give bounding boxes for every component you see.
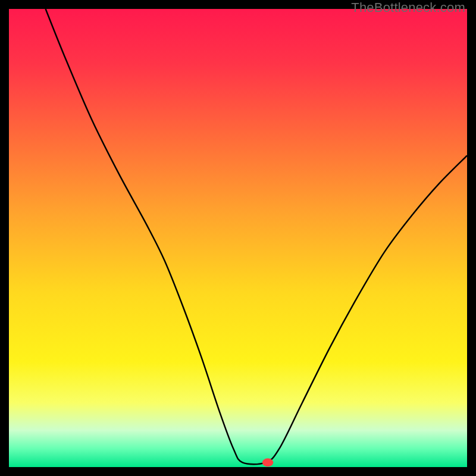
chart-frame (9, 9, 467, 467)
bottleneck-chart (9, 9, 467, 467)
minimum-marker (262, 458, 273, 466)
chart-background (9, 9, 467, 467)
watermark-text: TheBottleneck.com (351, 0, 465, 15)
